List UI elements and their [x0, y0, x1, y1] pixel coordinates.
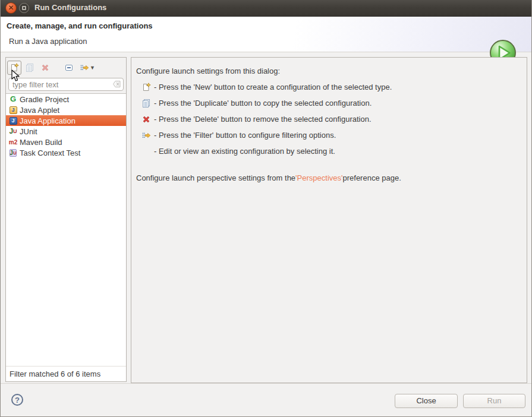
list-item-java-applet[interactable]: J Java Applet — [6, 105, 126, 115]
clear-filter-icon[interactable] — [113, 81, 121, 87]
titlebar[interactable]: ✕ Run Configurations — [1, 0, 532, 17]
instructions-intro: Configure launch settings from this dial… — [136, 64, 522, 78]
filter-match-status: Filter matched 6 of 6 items — [6, 366, 126, 381]
instruction-delete: - Press the 'Delete' button to remove th… — [136, 111, 522, 127]
list-item-label: Java Applet — [20, 106, 59, 115]
list-item-junit[interactable]: JU JUnit — [6, 126, 126, 137]
chevron-down-icon: ▼ — [90, 65, 95, 71]
minimize-icon — [22, 6, 26, 10]
list-item-label: Maven Build — [20, 138, 62, 147]
maven-icon: m2 — [8, 138, 18, 146]
minimize-window-button[interactable] — [19, 3, 29, 13]
instruction-text: - Edit or view an existing configuration… — [154, 147, 335, 156]
window-title: Run Configurations — [34, 3, 106, 12]
list-item-label: Task Context Test — [20, 149, 80, 157]
run-configurations-dialog: ✕ Run Configurations Create, manage, and… — [0, 0, 532, 417]
list-item-label: JUnit — [20, 127, 37, 136]
configuration-type-tree[interactable]: G Gradle Project J Java Applet J Java Ap… — [6, 93, 126, 366]
perspective-suffix: preference page. — [342, 173, 401, 182]
instruction-text: - Press the 'Duplicate' button to copy t… — [154, 99, 372, 108]
filter-row — [6, 77, 126, 93]
list-item-java-application[interactable]: J Java Application — [6, 115, 126, 126]
gradle-icon: G — [8, 95, 18, 103]
close-button[interactable]: Close — [395, 394, 458, 408]
list-item-label: Java Application — [20, 116, 75, 125]
mouse-cursor — [11, 70, 20, 82]
page-subtitle: Run a Java application — [9, 37, 87, 46]
instruction-text: - Press the 'Delete' button to remove th… — [154, 115, 372, 124]
delete-configuration-icon — [141, 115, 151, 124]
duplicate-configuration-button[interactable] — [23, 61, 37, 75]
launch-settings-help-panel: Configure launch settings from this dial… — [131, 57, 527, 383]
delete-configuration-button[interactable] — [38, 61, 52, 75]
dialog-header: Create, manage, and run configurations R… — [1, 17, 532, 52]
collapse-all-icon — [64, 63, 74, 72]
java-applet-icon: J — [8, 106, 18, 114]
toolbar-separator — [53, 67, 61, 68]
filter-icon — [141, 131, 151, 140]
instruction-new: - Press the 'New' button to create a con… — [136, 79, 522, 95]
instruction-text: - Press the 'New' button to create a con… — [154, 83, 392, 91]
list-item-gradle-project[interactable]: G Gradle Project — [6, 94, 126, 105]
filter-input[interactable] — [8, 78, 124, 91]
java-application-icon: J — [8, 116, 18, 125]
filter-options-button[interactable]: ▼ — [77, 61, 97, 75]
delete-configuration-icon — [40, 63, 50, 72]
run-button[interactable]: Run — [463, 394, 525, 408]
help-button[interactable]: ? — [11, 394, 23, 406]
instruction-duplicate: - Press the 'Duplicate' button to copy t… — [136, 95, 522, 111]
duplicate-configuration-icon — [25, 63, 34, 72]
configuration-type-panel: ▼ G Gradle Project J Java Applet — [5, 57, 127, 382]
new-configuration-icon — [141, 83, 151, 92]
page-title: Create, manage, and run configurations — [7, 21, 153, 30]
list-item-maven-build[interactable]: m2 Maven Build — [6, 137, 126, 147]
perspectives-link[interactable]: 'Perspectives' — [295, 173, 342, 182]
filter-icon — [80, 63, 89, 72]
collapse-all-button[interactable] — [62, 61, 76, 75]
duplicate-configuration-icon — [141, 99, 151, 108]
junit-icon: JU — [8, 127, 18, 135]
instruction-edit: - Edit or view an existing configuration… — [136, 143, 522, 159]
list-item-label: Gradle Project — [20, 95, 69, 104]
instruction-text: - Press the 'Filter' button to configure… — [154, 131, 336, 140]
footer-divider — [1, 383, 532, 384]
list-item-task-context-test[interactable]: JU Task Context Test — [6, 147, 126, 158]
configurations-toolbar: ▼ — [6, 58, 126, 77]
close-window-button[interactable]: ✕ — [5, 2, 17, 14]
instruction-filter: - Press the 'Filter' button to configure… — [136, 127, 522, 143]
perspective-help-line: Configure launch perspective settings fr… — [136, 170, 522, 185]
perspective-prefix: Configure launch perspective settings fr… — [136, 173, 295, 182]
task-context-test-icon: JU — [8, 149, 18, 157]
